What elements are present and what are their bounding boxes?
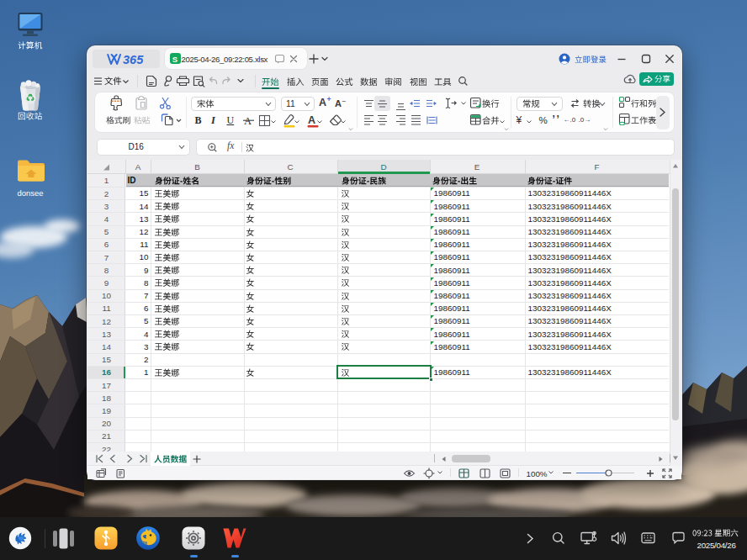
svg-text:365: 365 [123, 53, 144, 66]
svg-text:A: A [244, 115, 252, 127]
svg-text:A: A [308, 114, 315, 126]
